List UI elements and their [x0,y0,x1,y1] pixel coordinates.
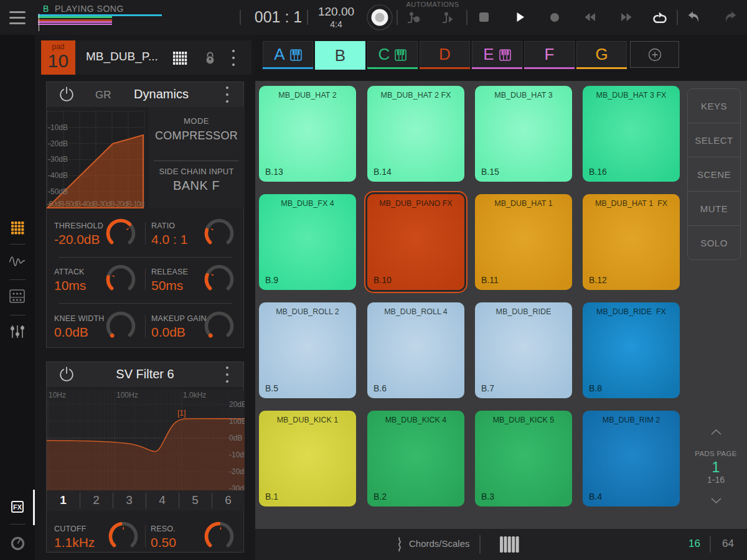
svg-text:100Hz: 100Hz [116,391,138,399]
svg-text:-10dB: -10dB [48,123,68,132]
svg-text:-30dB: -30dB [48,155,68,164]
svg-text:20dB: 20dB [229,400,245,409]
svg-text:1.0kHz: 1.0kHz [183,391,206,399]
svg-text:-20dB: -20dB [229,467,245,476]
svg-text:[1]: [1] [177,409,186,418]
svg-text:-50dB: -50dB [48,187,68,196]
svg-text:-20dB: -20dB [48,139,68,148]
svg-text:-10dB: -10dB [229,450,245,459]
svg-text:0dB: 0dB [229,434,242,442]
svg-text:10dB: 10dB [229,417,245,426]
svg-text:10Hz: 10Hz [49,391,66,399]
svg-text:FX: FX [13,503,22,511]
svg-text:-60dB-50dB-40dB-30dB-20dB-10d: -60dB-50dB-40dB-30dB-20dB-10d [47,200,144,208]
svg-text:-30dB: -30dB [229,484,245,490]
svg-text:-40dB: -40dB [48,171,68,180]
